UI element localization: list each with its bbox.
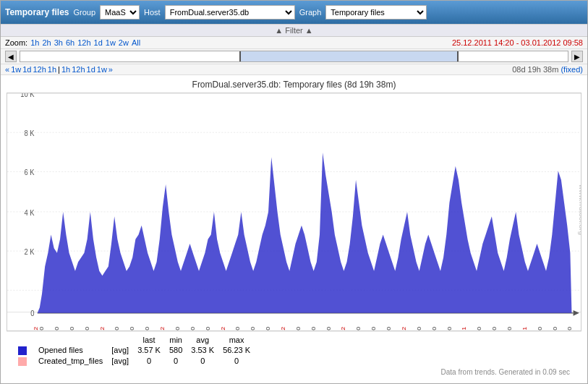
legend-min-1: 0 [165,356,187,367]
svg-text:31.12: 31.12 [401,326,407,330]
svg-text:06:00: 06:00 [537,326,542,330]
svg-text:01.01: 01.01 [461,326,467,330]
legend-avglabel-0: [avg] [107,345,133,356]
host-label: Host [144,8,161,17]
legend-avglabel-1: [avg] [107,356,133,367]
zoom-label: Zoom: [5,38,27,47]
legend: last min avg max Opened files [avg] 3.57… [7,331,581,380]
svg-text:26.12: 26.12 [99,326,105,330]
svg-text:06:00: 06:00 [477,326,482,330]
zoom-1h[interactable]: 1h [30,38,39,47]
zoom-all[interactable]: All [132,38,140,47]
svg-text:06:00: 06:00 [54,326,60,330]
zoom-6h[interactable]: 6h [66,38,74,47]
svg-text:30.12: 30.12 [341,326,346,330]
svg-text:12:00: 12:00 [552,326,558,330]
svg-text:12:00: 12:00 [431,326,437,330]
legend-header-row: last min avg max [14,335,255,345]
nav-1d-back[interactable]: 1d [22,65,31,74]
nav-1w-fwd[interactable]: 1w [97,65,107,74]
legend-table: last min avg max Opened files [avg] 3.57… [14,335,255,367]
svg-text:www.rrdtool.org: www.rrdtool.org [578,184,581,235]
nav-12h-back[interactable]: 12h [33,65,46,74]
slider-track[interactable] [20,51,568,62]
nav-1h-fwd[interactable]: 1h [61,65,70,74]
svg-text:18:00: 18:00 [145,326,150,330]
group-label: Group [73,8,95,17]
legend-last-header: last [133,335,165,345]
slider-fill [239,51,459,61]
legend-empty3 [107,335,133,345]
filter-bar[interactable]: ▲ Filter ▲ [1,24,587,37]
svg-text:12:00: 12:00 [69,326,75,330]
slider-right-button[interactable]: ▶ [571,51,583,62]
svg-text:06:00: 06:00 [235,326,241,330]
zoom-2h[interactable]: 2h [42,38,51,47]
svg-text:12:00: 12:00 [371,326,377,330]
nav-prev-prev[interactable]: « [5,65,9,74]
nav-next-next[interactable]: » [108,65,113,74]
svg-text:29.12: 29.12 [281,326,286,330]
svg-text:12:00: 12:00 [129,326,135,330]
legend-last-1: 0 [133,356,165,367]
svg-text:18:00: 18:00 [84,326,90,330]
svg-text:18:00: 18:00 [446,326,452,330]
nav-left: « 1w 1d 12h 1h | 1h 12h 1d 1w » [5,65,113,74]
zoom-2w[interactable]: 2w [119,38,129,47]
svg-text:18:00: 18:00 [265,326,271,330]
svg-text:02.01: 02.01 [522,326,528,330]
zoom-links: Zoom: 1h 2h 3h 6h 12h 1d 1w 2w All [5,38,140,47]
svg-text:4 K: 4 K [24,208,34,217]
zoom-3h[interactable]: 3h [54,38,63,47]
legend-label-1: Created_tmp_files [34,356,107,367]
legend-empty2 [34,335,107,345]
svg-text:8 K: 8 K [24,129,34,137]
svg-text:25.12: 25.12 [33,326,38,330]
page-title: Temporary files [5,7,69,17]
date-range: 25.12.2011 14:20 - 03.01.2012 09:58 [452,38,583,47]
duration-text: 08d 19h 38m [512,65,558,74]
graph-select[interactable]: Temporary files [325,5,427,20]
zoom-1d[interactable]: 1d [94,38,103,47]
host-select[interactable]: FromDual.server35.db [165,5,295,20]
svg-text:12:00: 12:00 [492,326,498,330]
legend-color-1 [14,356,34,367]
zoom-bar: Zoom: 1h 2h 3h 6h 12h 1d 1w 2w All 25.12… [1,37,587,49]
fixed-badge: (fixed) [561,65,583,74]
chart-container: 10 K 8 K 6 K 4 K 2 K 0 25.12 14:20 06:00… [7,93,581,331]
chart-svg: 10 K 8 K 6 K 4 K 2 K 0 25.12 14:20 06:00… [7,93,581,330]
svg-text:18:00: 18:00 [205,326,210,330]
svg-text:2 K: 2 K [24,247,34,256]
legend-min-header: min [165,335,187,345]
nav-1w-back[interactable]: 1w [11,65,21,74]
nav-right: 08d 19h 38m (fixed) [512,65,583,74]
legend-label-0: Opened files [34,345,107,356]
nav-bar: « 1w 1d 12h 1h | 1h 12h 1d 1w » 08d 19h … [1,64,587,75]
chart-title: FromDual.server35.db: Temporary files (8… [7,80,581,90]
svg-text:14:20: 14:20 [39,326,45,330]
group-select[interactable]: MaaS [100,5,140,20]
svg-text:06:00: 06:00 [296,326,302,330]
legend-max-header: max [218,335,255,345]
data-source: Data from trends. Generated in 0.09 sec [14,367,574,377]
svg-text:06:00: 06:00 [175,326,181,330]
legend-empty1 [14,335,34,345]
svg-text:18:00: 18:00 [507,326,513,330]
svg-text:18:00: 18:00 [567,326,573,330]
legend-avg-header: avg [187,335,218,345]
graph-label: Graph [299,8,322,17]
svg-text:18:00: 18:00 [325,326,331,330]
zoom-12h[interactable]: 12h [77,38,90,47]
svg-text:12:00: 12:00 [310,326,316,330]
legend-row-1: Created_tmp_files [avg] 0 0 0 0 [14,356,255,367]
nav-1h-back[interactable]: 1h [48,65,56,74]
svg-text:0: 0 [30,309,34,317]
legend-min-0: 580 [165,345,187,356]
nav-1d-fwd[interactable]: 1d [87,65,95,74]
slider-left-button[interactable]: ◀ [5,51,17,62]
legend-row-0: Opened files [avg] 3.57 K 580 3.53 K 56.… [14,345,255,356]
svg-text:06:00: 06:00 [416,326,422,330]
zoom-1w[interactable]: 1w [106,38,116,47]
nav-12h-fwd[interactable]: 12h [72,65,85,74]
svg-text:6 K: 6 K [24,168,34,177]
